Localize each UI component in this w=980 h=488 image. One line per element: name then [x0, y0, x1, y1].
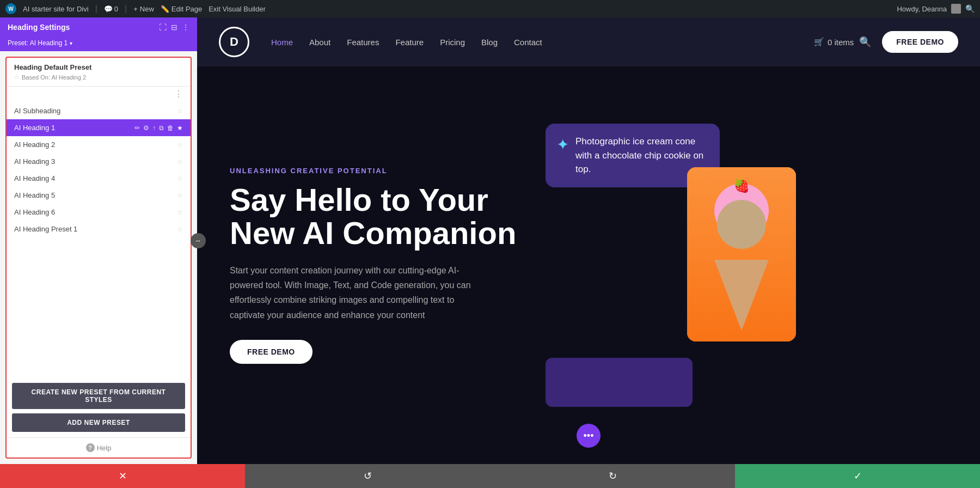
save-button[interactable]: ✓ — [735, 464, 980, 488]
preset-item-ai-heading-2[interactable]: AI Heading 2 ☆ — [7, 136, 191, 153]
hero-subtitle: Unleashing Creative Potential — [230, 167, 546, 175]
redo-button[interactable]: ↻ — [490, 464, 735, 488]
nav-cta-button[interactable]: FREE DEMO — [882, 31, 958, 53]
preset-label: Preset: AI Heading 1 — [8, 39, 68, 47]
favorite-icon[interactable]: ★ — [177, 124, 183, 132]
heading-default-label: Heading Default Preset — [14, 63, 183, 71]
nav-cart[interactable]: 🛒 0 items — [814, 37, 854, 47]
hero-right: ✦ Photographic ice cream cone with a cho… — [546, 124, 796, 407]
hero-cta-button[interactable]: FREE DEMO — [230, 340, 313, 364]
drag-handle[interactable]: ↔ — [191, 233, 206, 248]
main-layout: Heading Settings ⛶ ⊟ ⋮ Preset: AI Headin… — [0, 17, 980, 464]
heading-default-section: Heading Default Preset ☆ Based On: AI He… — [7, 58, 191, 87]
ice-cream-scoop2 — [717, 200, 766, 249]
star-icon[interactable]: ☆ — [177, 107, 183, 115]
strawberry-icon: 🍓 — [733, 178, 750, 193]
nav-link-features[interactable]: Features — [347, 38, 379, 47]
panel-header: Heading Settings ⛶ ⊟ ⋮ — [0, 17, 197, 37]
sparkle-icon: ✦ — [556, 136, 569, 154]
star-icon[interactable]: ☆ — [177, 209, 183, 216]
cancel-button[interactable]: ✕ — [0, 464, 245, 488]
delete-icon[interactable]: 🗑 — [167, 124, 174, 132]
ice-cream-cone — [714, 260, 769, 331]
hero-section: Unleashing Creative Potential Say Hello … — [197, 66, 980, 464]
preset-item-label: AI Heading Preset 1 — [14, 225, 77, 233]
preset-item-label: AI Heading 1 — [14, 124, 55, 132]
edit-page-button[interactable]: ✏️ Edit Page — [161, 5, 202, 13]
star-icon: ☆ — [14, 74, 20, 81]
preset-item-ai-heading-6[interactable]: AI Heading 6 ☆ — [7, 204, 191, 221]
site-logo: D — [219, 27, 249, 57]
floating-dots-button[interactable]: ••• — [577, 424, 601, 448]
preset-item-ai-heading-5[interactable]: AI Heading 5 ☆ — [7, 187, 191, 204]
nav-link-blog[interactable]: Blog — [481, 38, 498, 47]
nav-links: HomeAboutFeaturesFeaturePricingBlogConta… — [271, 38, 814, 47]
ice-cream-card: 🍓 — [687, 167, 796, 341]
nav-link-contact[interactable]: Contact — [514, 38, 542, 47]
divider2: | — [125, 4, 127, 14]
new-button[interactable]: + New — [133, 5, 154, 13]
preset-buttons: Create New Preset From Current Styles Ad… — [7, 377, 191, 437]
preset-item-ai-heading-1[interactable]: AI Heading 1 ✏ ⚙ ↑ ⧉ 🗑 ★ — [7, 119, 191, 136]
right-content: D HomeAboutFeaturesFeaturePricingBlogCon… — [197, 17, 980, 464]
preset-item-label: AI Heading 4 — [14, 174, 55, 182]
dots-menu-area: ⋮ — [7, 87, 191, 99]
hero-title: Say Hello to Your New AI Companion — [230, 184, 546, 250]
star-icon[interactable]: ☆ — [177, 175, 183, 182]
edit-icon[interactable]: ✏ — [134, 124, 140, 132]
based-on: ☆ Based On: AI Heading 2 — [14, 74, 183, 81]
preset-item-label: AI Heading 6 — [14, 208, 55, 216]
columns-icon[interactable]: ⊟ — [171, 23, 177, 32]
site-name-link[interactable]: AI starter site for Divi — [23, 5, 89, 13]
hero-description: Start your content creation journey with… — [230, 263, 491, 322]
create-preset-button[interactable]: Create New Preset From Current Styles — [12, 383, 185, 409]
cart-count: 0 items — [828, 38, 854, 47]
preset-container: Heading Default Preset ☆ Based On: AI He… — [5, 57, 192, 459]
site-nav: D HomeAboutFeaturesFeaturePricingBlogCon… — [197, 17, 980, 66]
exit-builder-button[interactable]: Exit Visual Builder — [209, 5, 266, 13]
ice-cream-image: 🍓 — [687, 167, 796, 341]
preset-list: AI Subheading ☆ AI Heading 1 ✏ ⚙ ↑ ⧉ 🗑 ★… — [7, 99, 191, 377]
copy-icon[interactable]: ⧉ — [159, 124, 164, 132]
export-icon[interactable]: ↑ — [152, 124, 156, 132]
save-icon: ✓ — [854, 470, 862, 482]
add-preset-button[interactable]: Add New Preset — [12, 413, 185, 432]
undo-button[interactable]: ↺ — [245, 464, 490, 488]
star-icon[interactable]: ☆ — [177, 158, 183, 166]
preset-item-ai-subheading[interactable]: AI Subheading ☆ — [7, 102, 191, 119]
nav-search-icon[interactable]: 🔍 — [859, 36, 871, 48]
preset-item-ai-heading-preset-1[interactable]: AI Heading Preset 1 ☆ — [7, 221, 191, 237]
preset-item-label: AI Subheading — [14, 107, 60, 115]
preset-item-ai-heading-4[interactable]: AI Heading 4 ☆ — [7, 170, 191, 187]
preset-item-ai-heading-3[interactable]: AI Heading 3 ☆ — [7, 153, 191, 170]
preset-bar[interactable]: Preset: AI Heading 1 ▾ — [0, 37, 197, 51]
purple-bottom-card — [546, 358, 693, 407]
star-icon[interactable]: ☆ — [177, 141, 183, 149]
preset-dots-icon[interactable]: ⋮ — [174, 89, 183, 99]
nav-link-feature[interactable]: Feature — [395, 38, 424, 47]
star-icon[interactable]: ☆ — [177, 225, 183, 233]
bottom-bar: ✕ ↺ ↻ ✓ — [0, 464, 980, 488]
expand-icon[interactable]: ⛶ — [159, 23, 167, 32]
nav-link-about[interactable]: About — [309, 38, 330, 47]
nav-link-home[interactable]: Home — [271, 38, 293, 47]
left-panel: Heading Settings ⛶ ⊟ ⋮ Preset: AI Headin… — [0, 17, 197, 464]
wordpress-logo[interactable]: W — [5, 3, 16, 14]
star-icon[interactable]: ☆ — [177, 192, 183, 199]
panel-title: Heading Settings — [8, 23, 70, 32]
help-section: ? Help — [7, 437, 191, 457]
redo-icon: ↻ — [609, 470, 617, 482]
more-icon[interactable]: ⋮ — [182, 23, 189, 32]
settings-icon[interactable]: ⚙ — [143, 124, 149, 132]
nav-link-pricing[interactable]: Pricing — [440, 38, 465, 47]
undo-icon: ↺ — [364, 470, 372, 482]
help-link[interactable]: ? Help — [12, 443, 185, 452]
search-icon[interactable]: 🔍 — [965, 4, 975, 13]
admin-bar-right: Howdy, Deanna 🔍 — [897, 4, 975, 14]
comments-count[interactable]: 💬 0 — [104, 5, 118, 13]
howdy-text: Howdy, Deanna — [897, 5, 947, 13]
help-icon: ? — [86, 443, 95, 452]
avatar — [951, 4, 961, 14]
hero-left: Unleashing Creative Potential Say Hello … — [230, 167, 546, 364]
preset-item-label: AI Heading 2 — [14, 141, 55, 149]
